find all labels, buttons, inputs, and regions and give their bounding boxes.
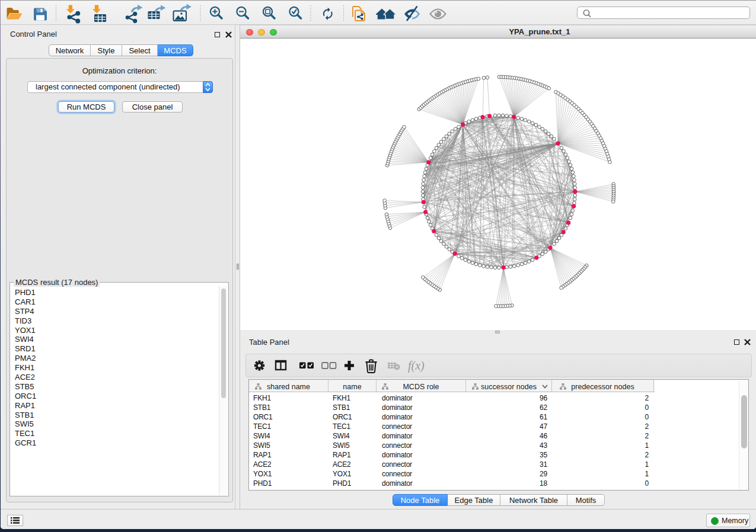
svg-text:f(x): f(x) [408,359,425,373]
